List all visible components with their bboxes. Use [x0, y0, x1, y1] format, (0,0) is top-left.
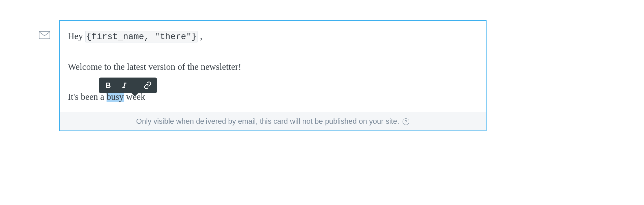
bold-button[interactable]	[104, 81, 113, 90]
footer-notice-text: Only visible when delivered by email, th…	[136, 117, 399, 125]
toolbar-divider	[136, 81, 136, 90]
italic-button[interactable]	[120, 81, 129, 90]
email-card-footer: Only visible when delivered by email, th…	[60, 112, 486, 130]
greeting-line: Hey {first_name, "there"} ,	[68, 29, 478, 44]
bold-icon	[104, 81, 112, 89]
greeting-suffix: ,	[198, 31, 202, 41]
line3-before: It's been a	[68, 92, 107, 102]
selected-text[interactable]: busy	[107, 92, 124, 102]
welcome-line: Welcome to the latest version of the new…	[68, 60, 478, 74]
link-button[interactable]	[143, 81, 152, 90]
link-icon	[144, 81, 152, 89]
email-content-area[interactable]: Hey {first_name, "there"} , Welcome to t…	[60, 21, 486, 112]
greeting-prefix: Hey	[68, 31, 85, 41]
email-card[interactable]: Hey {first_name, "there"} , Welcome to t…	[59, 20, 487, 131]
svg-rect-0	[39, 31, 50, 39]
placeholder-token[interactable]: {first_name, "there"}	[85, 31, 198, 42]
help-icon[interactable]: ?	[403, 118, 409, 125]
envelope-icon	[39, 31, 50, 39]
formatting-toolbar	[99, 78, 157, 93]
italic-icon	[120, 81, 128, 89]
